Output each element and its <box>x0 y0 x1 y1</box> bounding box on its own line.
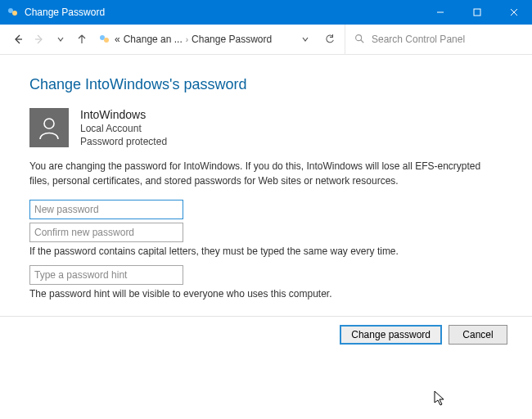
svg-point-9 <box>104 38 109 43</box>
button-row: Change password Cancel <box>29 325 507 345</box>
window-titlebar: Change Password <box>0 0 532 25</box>
breadcrumb[interactable]: « Change an ... › Change Password <box>98 33 272 46</box>
close-button[interactable] <box>495 0 532 25</box>
cursor-icon <box>434 390 447 409</box>
password-hint-input[interactable] <box>29 265 183 285</box>
user-info: IntoWindows Local Account Password prote… <box>80 108 167 148</box>
new-password-input[interactable] <box>29 200 183 219</box>
warning-text: You are changing the password for IntoWi… <box>29 160 488 188</box>
divider <box>0 316 532 317</box>
cancel-button[interactable]: Cancel <box>449 325 507 345</box>
avatar <box>29 108 69 147</box>
app-icon <box>7 6 20 19</box>
refresh-button[interactable] <box>320 29 340 49</box>
recent-locations-button[interactable] <box>51 29 70 49</box>
back-button[interactable] <box>8 29 28 49</box>
breadcrumb-item-2[interactable]: Change Password <box>192 34 272 45</box>
breadcrumb-prefix: « <box>115 34 120 45</box>
change-password-button[interactable]: Change password <box>340 325 442 345</box>
address-dropdown-button[interactable] <box>295 29 315 49</box>
hint-note: The password hint will be visible to eve… <box>29 288 507 300</box>
svg-point-0 <box>8 8 13 13</box>
search-box[interactable] <box>345 25 525 54</box>
forward-button[interactable] <box>29 29 49 49</box>
content-area: Change IntoWindows's password IntoWindow… <box>0 55 532 345</box>
svg-rect-3 <box>474 9 480 16</box>
svg-point-1 <box>12 11 17 16</box>
window-title: Change Password <box>25 7 105 18</box>
chevron-right-icon: › <box>186 35 188 44</box>
user-accounts-icon <box>98 33 111 46</box>
up-button[interactable] <box>72 29 92 49</box>
svg-point-8 <box>100 35 105 40</box>
confirm-password-input[interactable] <box>29 223 183 242</box>
minimize-button[interactable] <box>422 0 458 25</box>
user-summary: IntoWindows Local Account Password prote… <box>29 108 507 148</box>
navigation-bar: « Change an ... › Change Password <box>0 25 532 55</box>
breadcrumb-item-1[interactable]: Change an ... <box>124 34 183 45</box>
svg-line-11 <box>361 39 364 43</box>
svg-point-12 <box>44 119 54 128</box>
svg-point-10 <box>356 34 362 40</box>
account-type: Local Account <box>80 122 167 135</box>
user-name: IntoWindows <box>80 108 167 121</box>
page-heading: Change IntoWindows's password <box>29 76 507 93</box>
search-icon <box>354 33 365 47</box>
password-status: Password protected <box>80 135 167 148</box>
maximize-button[interactable] <box>458 0 495 25</box>
caps-note: If the password contains capital letters… <box>29 246 507 257</box>
search-input[interactable] <box>370 33 512 46</box>
